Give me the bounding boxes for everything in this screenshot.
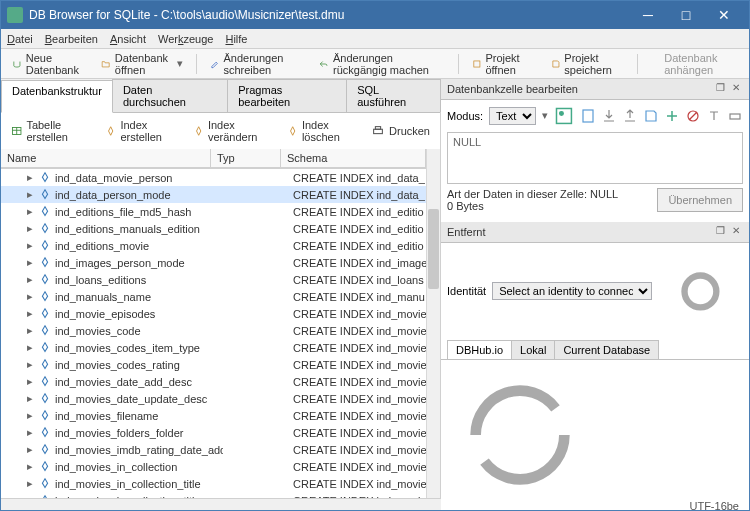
menu-edit[interactable]: Bearbeiten	[45, 33, 98, 45]
new-database-button[interactable]: Neue Datenbank	[5, 48, 90, 80]
tree-row[interactable]: ▸ind_editions_file_md5_hashCREATE INDEX …	[1, 203, 426, 220]
tree-scrollbar[interactable]	[426, 149, 440, 498]
clone-icon[interactable]	[599, 364, 741, 506]
expand-icon[interactable]: ▸	[25, 426, 35, 439]
expand-icon[interactable]: ▸	[25, 324, 35, 337]
index-icon	[38, 477, 52, 491]
tree-row[interactable]: ▸ind_movies_codes_ratingCREATE INDEX ind…	[1, 356, 426, 373]
tab-pragmas[interactable]: Pragmas bearbeiten	[227, 79, 347, 112]
tree-row[interactable]: ▸ind_movies_codes_item_typeCREATE INDEX …	[1, 339, 426, 356]
cell-panel-title: Datenbankzelle bearbeiten ❐ ✕	[441, 79, 749, 100]
save-project-button[interactable]: Projekt speichern	[544, 48, 631, 80]
minimize-button[interactable]: ─	[629, 1, 667, 29]
tree-row[interactable]: ▸ind_movies_in_collection_title_sortCREA…	[1, 492, 426, 498]
expand-icon[interactable]: ▸	[25, 188, 35, 201]
expand-icon[interactable]: ▸	[25, 375, 35, 388]
expand-icon[interactable]: ▸	[25, 205, 35, 218]
expand-icon[interactable]: ▸	[25, 256, 35, 269]
tree-row[interactable]: ▸ind_loans_editionsCREATE INDEX ind_loan…	[1, 271, 426, 288]
open-database-button[interactable]: Datenbank öffnen▾	[94, 48, 189, 80]
tree-body[interactable]: ▸ind_data_movie_personCREATE INDEX ind_d…	[1, 168, 426, 498]
detach-remote-icon[interactable]: ❐	[713, 225, 727, 239]
open-project-button[interactable]: Projekt öffnen	[465, 48, 540, 80]
tree-row[interactable]: ▸ind_data_movie_personCREATE INDEX ind_d…	[1, 169, 426, 186]
cell-bytes: 0 Bytes	[447, 200, 618, 212]
expand-icon[interactable]: ▸	[25, 392, 35, 405]
tree-row[interactable]: ▸ind_editions_movieCREATE INDEX ind_edit…	[1, 237, 426, 254]
cell-content[interactable]: NULL	[447, 132, 743, 184]
modify-index-button[interactable]: Index verändern	[189, 117, 277, 145]
tree-header: Name Typ Schema	[1, 149, 426, 168]
tree-row[interactable]: ▸ind_movies_folders_folderCREATE INDEX i…	[1, 424, 426, 441]
delete-index-button[interactable]: Index löschen	[283, 117, 362, 145]
menu-help[interactable]: Hilfe	[225, 33, 247, 45]
tree-row[interactable]: ▸ind_movies_in_collectionCREATE INDEX in…	[1, 458, 426, 475]
expand-icon[interactable]: ▸	[25, 273, 35, 286]
close-remote-icon[interactable]: ✕	[729, 225, 743, 239]
tree-row[interactable]: ▸ind_movies_date_update_descCREATE INDEX…	[1, 390, 426, 407]
undo-changes-button[interactable]: Änderungen rückgängig machen	[312, 48, 452, 80]
print-button[interactable]: Drucken	[367, 122, 434, 140]
remote-tab-current[interactable]: Current Database	[554, 340, 659, 359]
tree-row[interactable]: ▸ind_movies_codeCREATE INDEX ind_movie	[1, 322, 426, 339]
apply-button[interactable]: Übernehmen	[657, 188, 743, 212]
expand-icon[interactable]: ▸	[25, 494, 35, 498]
menu-file[interactable]: Datei	[7, 33, 33, 45]
remote-tab-dbhub[interactable]: DBHub.io	[447, 340, 512, 359]
menu-tools[interactable]: Werkzeuge	[158, 33, 213, 45]
header-name[interactable]: Name	[1, 149, 211, 167]
create-index-button[interactable]: Index erstellen	[101, 117, 183, 145]
attach-database-button[interactable]: Datenbank anhängen	[643, 48, 745, 80]
tree-row[interactable]: ▸ind_images_person_modeCREATE INDEX ind_…	[1, 254, 426, 271]
expand-icon[interactable]: ▸	[25, 307, 35, 320]
expand-icon[interactable]: ▸	[25, 341, 35, 354]
expand-icon[interactable]: ▸	[25, 239, 35, 252]
image-icon[interactable]	[554, 106, 574, 126]
expand-icon[interactable]: ▸	[25, 358, 35, 371]
create-table-button[interactable]: Tabelle erstellen	[7, 117, 95, 145]
expand-icon[interactable]: ▸	[25, 171, 35, 184]
close-button[interactable]: ✕	[705, 1, 743, 29]
expand-icon[interactable]: ▸	[25, 290, 35, 303]
tab-sql[interactable]: SQL ausführen	[346, 79, 441, 112]
save-icon[interactable]	[643, 108, 659, 124]
remote-tab-local[interactable]: Lokal	[511, 340, 555, 359]
export-icon[interactable]	[601, 108, 617, 124]
detach-icon[interactable]: ❐	[713, 82, 727, 96]
tab-structure[interactable]: Datenbankstruktur	[1, 80, 113, 113]
tree-row[interactable]: ▸ind_movies_filenameCREATE INDEX ind_mov…	[1, 407, 426, 424]
mode-select[interactable]: Text	[489, 107, 536, 125]
expand-icon[interactable]: ▸	[25, 460, 35, 473]
refresh-icon[interactable]	[449, 364, 591, 506]
close-panel-icon[interactable]: ✕	[729, 82, 743, 96]
cell-edit-area: Modus: Text ▾ NULL Art der Dat	[441, 100, 749, 222]
tree-row[interactable]: ▸ind_movies_in_collection_titleCREATE IN…	[1, 475, 426, 492]
index-icon	[38, 460, 52, 474]
tab-browse[interactable]: Daten durchsuchen	[112, 79, 228, 112]
tree-row[interactable]: ▸ind_movies_imdb_rating_date_add_descCRE…	[1, 441, 426, 458]
index-icon	[38, 222, 52, 236]
identity-select[interactable]: Select an identity to connect	[492, 282, 652, 300]
expand-icon[interactable]: ▸	[25, 443, 35, 456]
write-changes-button[interactable]: Änderungen schreiben	[203, 48, 308, 80]
page-icon[interactable]	[580, 108, 596, 124]
maximize-button[interactable]: □	[667, 1, 705, 29]
settings-icon[interactable]	[658, 249, 743, 334]
add-icon[interactable]	[664, 108, 680, 124]
tree-row[interactable]: ▸ind_manuals_nameCREATE INDEX ind_manu	[1, 288, 426, 305]
tree-row[interactable]: ▸ind_editions_manuals_editionCREATE INDE…	[1, 220, 426, 237]
expand-icon[interactable]: ▸	[25, 477, 35, 490]
header-schema[interactable]: Schema	[281, 149, 426, 167]
text-icon[interactable]	[706, 108, 722, 124]
expand-icon[interactable]: ▸	[25, 222, 35, 235]
expand-icon[interactable]: ▸	[25, 409, 35, 422]
header-typ[interactable]: Typ	[211, 149, 281, 167]
null-icon[interactable]	[685, 108, 701, 124]
menu-view[interactable]: Ansicht	[110, 33, 146, 45]
tree-row[interactable]: ▸ind_data_person_modeCREATE INDEX ind_da…	[1, 186, 426, 203]
import-icon[interactable]	[622, 108, 638, 124]
print-cell-icon[interactable]	[727, 108, 743, 124]
remote-panel: Identität Select an identity to connect …	[441, 243, 749, 511]
tree-row[interactable]: ▸ind_movie_episodesCREATE INDEX ind_movi…	[1, 305, 426, 322]
tree-row[interactable]: ▸ind_movies_date_add_descCREATE INDEX in…	[1, 373, 426, 390]
